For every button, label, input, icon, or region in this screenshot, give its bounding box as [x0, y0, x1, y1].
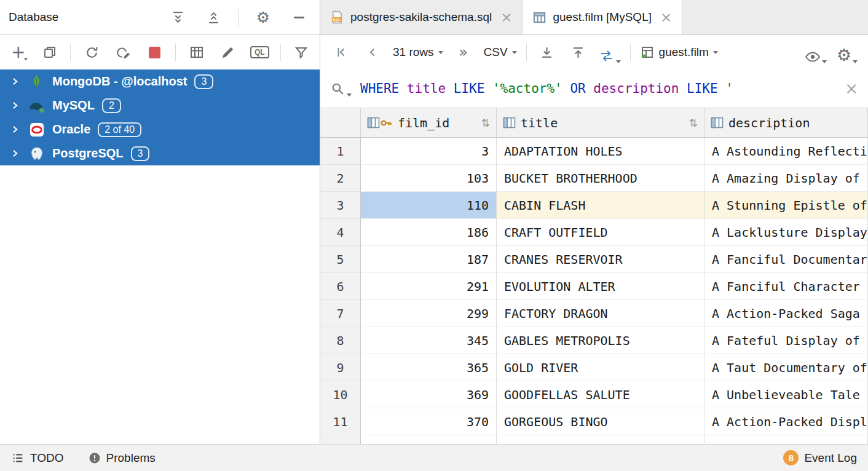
grid-toolbar: 31 rows » CSV guest.film: [320, 35, 868, 69]
export-data-button[interactable]: [536, 41, 558, 63]
filter-expression[interactable]: WHERE title LIKE '%actor%' OR descriptio…: [360, 81, 845, 96]
import-data-button[interactable]: [567, 41, 590, 63]
row-number: [320, 435, 361, 444]
row-number[interactable]: 2: [320, 165, 361, 192]
table-view-button[interactable]: [186, 41, 207, 63]
row-number[interactable]: 6: [320, 273, 361, 300]
cell-title[interactable]: BUCKET BROTHERHOOD: [497, 165, 704, 192]
cell-film-id[interactable]: 365: [361, 354, 497, 381]
cell-title[interactable]: CRANES RESERVOIR: [497, 246, 704, 273]
cell-description[interactable]: A Fanciful Character: [704, 273, 868, 300]
chevron-down-icon: [853, 60, 858, 63]
compare-data-button[interactable]: [599, 41, 621, 63]
tree-item-postgresql[interactable]: PostgreSQL 3: [0, 141, 320, 165]
chevron-right-icon[interactable]: [9, 148, 21, 159]
add-datasource-button[interactable]: +: [7, 41, 29, 63]
cell-description[interactable]: A Action-Packed Displ: [704, 408, 868, 435]
cell-description[interactable]: A Stunning Epistle of: [704, 192, 868, 219]
upload-icon: [570, 45, 586, 60]
column-header-description[interactable]: description: [704, 108, 868, 138]
edit-button[interactable]: [217, 41, 239, 63]
cell-title[interactable]: GORGEOUS BINGO: [497, 408, 704, 435]
export-format-dropdown[interactable]: CSV: [484, 46, 517, 59]
todo-widget[interactable]: TODO: [11, 451, 64, 465]
column-header-title[interactable]: title ⇅: [497, 108, 704, 138]
cell-film-id-selected[interactable]: 110: [361, 192, 497, 219]
filter-datasources-button[interactable]: [291, 41, 312, 63]
sync-edit-button[interactable]: [112, 41, 134, 63]
datasource-selector[interactable]: guest.film: [640, 45, 718, 60]
tree-item-label: MySQL: [52, 98, 95, 113]
cell-film-id[interactable]: 3: [361, 138, 497, 165]
cell-film-id[interactable]: 291: [361, 273, 497, 300]
tab-sql-file[interactable]: SQL postgres-sakila-schema.sql ×: [320, 0, 523, 34]
row-number[interactable]: 8: [320, 327, 361, 354]
cell-description[interactable]: A Action-Packed Saga: [704, 300, 868, 327]
cell-film-id[interactable]: 369: [361, 381, 497, 408]
cell-description[interactable]: A Astounding Reflecti: [704, 138, 868, 165]
clear-filter-button[interactable]: ×: [845, 79, 858, 98]
row-number[interactable]: 9: [320, 354, 361, 381]
grid-settings-button[interactable]: ⚙: [836, 41, 858, 63]
cell-title[interactable]: EVOLUTION ALTER: [497, 273, 704, 300]
close-icon[interactable]: ×: [500, 10, 512, 25]
view-options-button[interactable]: [805, 41, 827, 63]
duplicate-button[interactable]: [39, 41, 60, 63]
cell-title[interactable]: GOODFELLAS SALUTE: [497, 381, 704, 408]
cell-description[interactable]: A Taut Documentary of: [704, 354, 868, 381]
first-page-button[interactable]: [330, 41, 352, 63]
cell-title[interactable]: CABIN FLASH: [497, 192, 704, 219]
cell-description[interactable]: A Fateful Display of: [704, 327, 868, 354]
tab-label: postgres-sakila-schema.sql: [350, 10, 492, 24]
cell-film-id[interactable]: 345: [361, 327, 497, 354]
chevron-right-icon[interactable]: [9, 124, 21, 135]
cell-title[interactable]: GOLD RIVER: [497, 354, 704, 381]
stop-button[interactable]: [144, 41, 165, 63]
column-header-film-id[interactable]: film_id ⇅: [361, 108, 497, 138]
cell-title[interactable]: CRAFT OUTFIELD: [497, 219, 704, 246]
page-size-dropdown[interactable]: 31 rows: [393, 46, 443, 59]
row-number[interactable]: 10: [320, 381, 361, 408]
hide-panel-button[interactable]: [288, 6, 310, 28]
grid-filter-row[interactable]: WHERE title LIKE '%actor%' OR descriptio…: [320, 69, 868, 108]
sort-icon[interactable]: ⇅: [481, 117, 490, 129]
collapse-all-button[interactable]: [202, 6, 224, 28]
panel-settings-button[interactable]: ⚙: [252, 6, 274, 28]
tree-item-mongodb[interactable]: MongoDB - @localhost 3: [0, 69, 320, 93]
sort-icon[interactable]: ⇅: [689, 117, 698, 129]
problems-icon: [89, 452, 101, 464]
cell-description[interactable]: A Fanciful Documentar: [704, 246, 868, 273]
previous-page-button[interactable]: [361, 41, 384, 63]
cell-description[interactable]: A Amazing Display of: [704, 165, 868, 192]
tab-guest-film[interactable]: guest.film [MySQL] ×: [523, 0, 682, 34]
row-number[interactable]: 4: [320, 219, 361, 246]
cell-film-id[interactable]: 370: [361, 408, 497, 435]
cell-film-id[interactable]: 186: [361, 219, 497, 246]
row-number[interactable]: 5: [320, 246, 361, 273]
row-number[interactable]: 7: [320, 300, 361, 327]
tree-item-oracle[interactable]: Oracle 2 of 40: [0, 117, 320, 141]
cell-film-id[interactable]: 187: [361, 246, 497, 273]
row-number[interactable]: 3: [320, 192, 361, 219]
next-page-button[interactable]: »: [452, 41, 475, 63]
row-number-header: [320, 108, 361, 138]
jump-to-console-button[interactable]: QL: [249, 41, 270, 63]
event-log-widget[interactable]: 8 Event Log: [783, 450, 857, 465]
cell-description[interactable]: A Unbelieveable Tale: [704, 381, 868, 408]
expand-all-button[interactable]: [167, 6, 189, 28]
close-icon[interactable]: ×: [660, 10, 672, 25]
cell-film-id[interactable]: 299: [361, 300, 497, 327]
problems-widget[interactable]: Problems: [89, 451, 156, 465]
cell-title[interactable]: GABLES METROPOLIS: [497, 327, 704, 354]
chevron-right-icon[interactable]: [9, 100, 21, 111]
row-number[interactable]: 11: [320, 408, 361, 435]
cell-description[interactable]: A Lacklusture Display: [704, 219, 868, 246]
tree-item-mysql[interactable]: MySQL 2: [0, 93, 320, 117]
refresh-button[interactable]: [81, 41, 102, 63]
cell-film-id[interactable]: 103: [361, 165, 497, 192]
search-icon: [330, 81, 352, 97]
cell-title[interactable]: FACTORY DRAGON: [497, 300, 704, 327]
chevron-right-icon[interactable]: [9, 76, 21, 87]
row-number[interactable]: 1: [320, 138, 361, 165]
cell-title[interactable]: ADAPTATION HOLES: [497, 138, 704, 165]
